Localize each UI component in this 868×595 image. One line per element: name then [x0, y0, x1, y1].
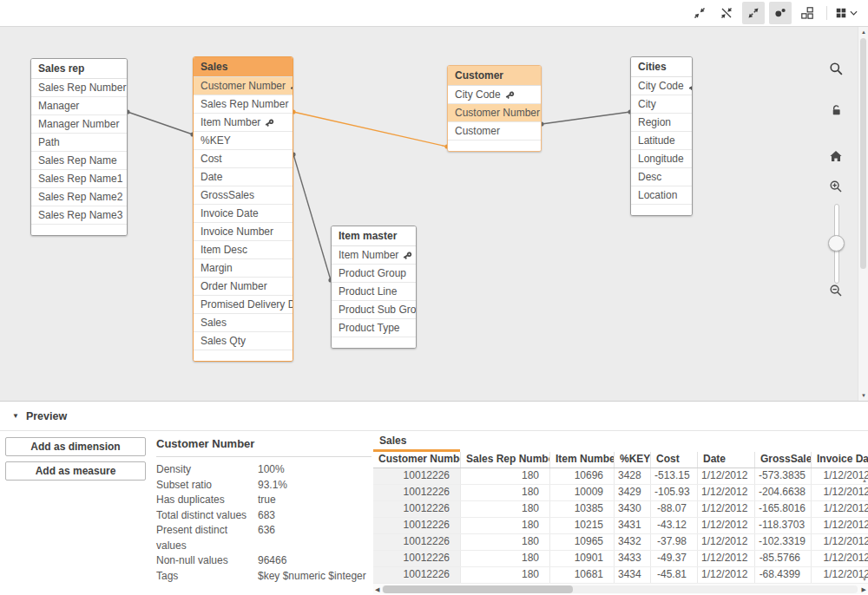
- field-label: Item Number: [339, 246, 398, 264]
- field-label: Customer: [455, 122, 500, 140]
- collapse-all-icon[interactable]: [688, 2, 711, 24]
- add-as-measure-button[interactable]: Add as measure: [5, 461, 146, 481]
- table-title[interactable]: Item master: [332, 226, 416, 246]
- zoom-slider-thumb[interactable]: [828, 235, 845, 252]
- scroll-up-icon[interactable]: ▲: [858, 29, 868, 35]
- table-title[interactable]: Customer: [448, 66, 541, 86]
- canvas-scrollbar-thumb[interactable]: [860, 38, 866, 269]
- expand-all-icon[interactable]: [742, 2, 765, 24]
- table-cell: 1/12/2012: [698, 567, 755, 583]
- view-menu-icon[interactable]: [835, 2, 858, 24]
- table-title[interactable]: Sales rep: [31, 59, 127, 79]
- show-linked-fields-icon[interactable]: [769, 2, 792, 24]
- model-table-sales[interactable]: SalesCustomer NumberSales Rep NumberItem…: [193, 56, 293, 362]
- table-cell: -102.3319: [755, 534, 812, 550]
- search-icon[interactable]: [827, 62, 845, 76]
- field-sales-rep-number[interactable]: Sales Rep Number: [194, 95, 293, 114]
- field-label: Margin: [201, 259, 233, 277]
- field-city-code[interactable]: City Code: [448, 86, 541, 104]
- field-key[interactable]: %KEY: [194, 132, 293, 150]
- table-cell: 10012226: [373, 485, 461, 500]
- table-cell: 1/12/2012: [812, 567, 868, 583]
- field-invoice-date[interactable]: Invoice Date: [194, 205, 293, 223]
- field-sales-rep-name[interactable]: Sales Rep Name: [31, 152, 127, 170]
- field-margin[interactable]: Margin: [194, 259, 293, 278]
- model-canvas[interactable]: Sales repSales Rep NumberManagerManager …: [0, 26, 868, 401]
- field-longitude[interactable]: Longitude: [631, 150, 692, 168]
- field-grosssales[interactable]: GrossSales: [194, 186, 293, 205]
- field-label: Invoice Date: [201, 205, 259, 222]
- field-cost[interactable]: Cost: [194, 150, 293, 168]
- field-label: Sales Rep Name1: [38, 170, 122, 187]
- table-cell: 1/12/2012: [698, 468, 755, 484]
- table-cell: 180: [461, 551, 550, 566]
- field-invoice-number[interactable]: Invoice Number: [194, 223, 293, 241]
- home-icon[interactable]: [827, 149, 845, 163]
- field-sales-rep-name2[interactable]: Sales Rep Name2: [31, 188, 127, 206]
- field-desc[interactable]: Desc: [631, 168, 692, 186]
- field-location[interactable]: Location: [631, 186, 692, 205]
- field-label: Product Line: [339, 283, 397, 300]
- field-product-line[interactable]: Product Line: [332, 283, 416, 301]
- field-order-number[interactable]: Order Number: [194, 278, 293, 296]
- field-customer-number[interactable]: Customer Number: [448, 104, 541, 122]
- field-item-desc[interactable]: Item Desc: [194, 241, 293, 259]
- table-footer: [194, 350, 293, 361]
- scrollbar-thumb[interactable]: [383, 585, 573, 593]
- field-product-group[interactable]: Product Group: [332, 265, 416, 283]
- table-cell: 10696: [550, 468, 615, 484]
- field-product-type[interactable]: Product Type: [332, 319, 416, 337]
- table-cell: 180: [461, 501, 550, 517]
- field-label: Sales Rep Number: [201, 95, 288, 113]
- field-product-sub-group[interactable]: Product Sub Group: [332, 301, 416, 319]
- field-sales[interactable]: Sales: [194, 314, 293, 332]
- field-item-number[interactable]: Item Number: [194, 114, 293, 132]
- zoom-in-icon[interactable]: [827, 180, 845, 193]
- table-cell: 3431: [615, 518, 651, 533]
- model-table-cities[interactable]: CitiesCity CodeCityRegionLatitudeLongitu…: [630, 56, 693, 216]
- key-icon: [291, 97, 293, 110]
- zoom-out-icon[interactable]: [827, 284, 845, 298]
- field-city-code[interactable]: City Code: [631, 77, 692, 95]
- unlock-icon[interactable]: [827, 103, 845, 116]
- field-region[interactable]: Region: [631, 114, 692, 132]
- preview-horizontal-scrollbar[interactable]: ◀ ▶: [373, 584, 868, 594]
- model-table-item-master[interactable]: Item masterItem NumberProduct GroupProdu…: [331, 226, 417, 349]
- scroll-down-icon[interactable]: ▼: [858, 393, 868, 398]
- break-connections-icon[interactable]: [715, 2, 738, 24]
- scroll-right-icon[interactable]: ▶: [862, 584, 866, 594]
- field-sales-rep-name3[interactable]: Sales Rep Name3: [31, 206, 127, 225]
- add-as-dimension-button[interactable]: Add as dimension: [5, 437, 146, 456]
- table-cell: 3433: [615, 551, 651, 566]
- field-customer[interactable]: Customer: [448, 122, 541, 141]
- field-promised-delivery-date[interactable]: Promised Delivery Date: [194, 296, 293, 314]
- model-table-sales-rep[interactable]: Sales repSales Rep NumberManagerManager …: [30, 58, 128, 236]
- table-title[interactable]: Sales: [194, 57, 293, 77]
- table-cell: 10012226: [373, 501, 461, 517]
- table-cell: 180: [461, 567, 550, 583]
- preview-table-header: Customer NumberSales Rep NumberItem Numb…: [373, 452, 868, 468]
- field-date[interactable]: Date: [194, 168, 293, 186]
- table-title[interactable]: Cities: [631, 57, 692, 77]
- table-scroll-up-icon[interactable]: ▲: [862, 478, 867, 483]
- field-label: Product Group: [339, 265, 406, 282]
- scroll-left-icon[interactable]: ◀: [375, 584, 379, 594]
- field-manager[interactable]: Manager: [31, 97, 127, 115]
- table-scroll-down-icon[interactable]: ▼: [862, 577, 867, 582]
- canvas-vertical-scrollbar[interactable]: ▲ ▼: [858, 27, 868, 401]
- model-table-customer[interactable]: CustomerCity CodeCustomer NumberCustomer: [447, 65, 542, 152]
- info-value: true: [258, 493, 276, 508]
- field-customer-number[interactable]: Customer Number: [194, 77, 293, 95]
- field-path[interactable]: Path: [31, 134, 127, 152]
- field-city[interactable]: City: [631, 95, 692, 114]
- field-item-number[interactable]: Item Number: [332, 246, 416, 265]
- table-row: 10012226180106813434-45.811/12/2012-68.4…: [373, 567, 868, 584]
- field-latitude[interactable]: Latitude: [631, 132, 692, 150]
- info-row-subset-ratio: Subset ratio93.1%: [156, 478, 372, 494]
- field-sales-qty[interactable]: Sales Qty: [194, 332, 293, 350]
- field-manager-number[interactable]: Manager Number: [31, 115, 127, 134]
- auto-layout-icon[interactable]: [796, 2, 819, 24]
- field-sales-rep-name1[interactable]: Sales Rep Name1: [31, 170, 127, 188]
- preview-header[interactable]: ▼ Preview: [0, 402, 868, 431]
- field-sales-rep-number[interactable]: Sales Rep Number: [31, 79, 127, 97]
